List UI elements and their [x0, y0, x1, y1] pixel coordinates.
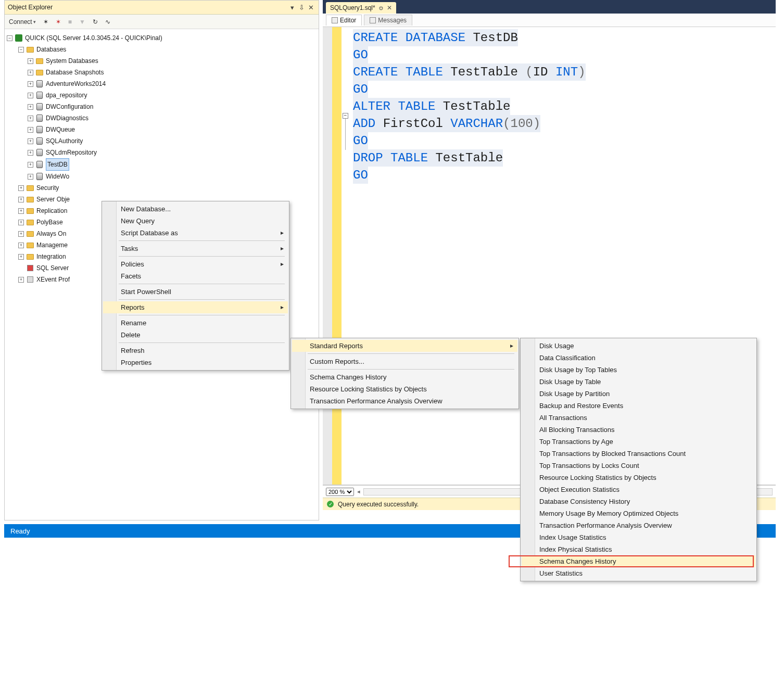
folder-icon: [36, 58, 43, 64]
menu-standard-report-item[interactable]: Disk Usage by Top Tables: [522, 364, 755, 376]
editor-tab-icon: [332, 17, 338, 23]
status-message: Query executed successfully.: [338, 501, 419, 508]
menu-standard-report-item[interactable]: Transaction Performance Analysis Overvie…: [522, 519, 755, 531]
menu-policies[interactable]: Policies: [103, 258, 288, 270]
tree-node[interactable]: +WideWo: [7, 171, 317, 182]
connect-button[interactable]: Connect▾: [8, 17, 37, 27]
xevent-icon: [27, 276, 33, 283]
menu-txn-perf-overview[interactable]: Transaction Performance Analysis Overvie…: [292, 395, 517, 407]
scroll-left-icon[interactable]: ◂: [357, 488, 360, 495]
disconnect-icon[interactable]: ✶: [42, 17, 49, 27]
server-icon: [15, 34, 22, 42]
tree-node[interactable]: +DWQueue: [7, 124, 317, 135]
menu-standard-report-item[interactable]: Disk Usage: [522, 340, 755, 352]
tree-node[interactable]: +DWConfiguration: [7, 101, 317, 112]
menu-new-database[interactable]: New Database...: [103, 203, 288, 215]
close-icon[interactable]: ✕: [387, 4, 392, 11]
dropdown-icon[interactable]: ▾: [287, 4, 297, 11]
menu-new-query[interactable]: New Query: [103, 215, 288, 227]
menu-standard-report-item[interactable]: Resource Locking Statistics by Objects: [522, 472, 755, 484]
activity-icon[interactable]: ∿: [104, 17, 111, 27]
pin-icon[interactable]: ⇩: [297, 4, 306, 11]
database-icon: [36, 92, 43, 99]
tree-node[interactable]: +SQLAuthority: [7, 135, 317, 147]
fold-toggle-icon[interactable]: −: [343, 113, 348, 119]
menu-refresh[interactable]: Refresh: [103, 345, 288, 357]
tree-node[interactable]: +SQLdmRepository: [7, 147, 317, 158]
menu-standard-report-item[interactable]: Schema Changes History: [522, 555, 755, 567]
database-icon: [36, 173, 43, 180]
tab-messages[interactable]: Messages: [364, 15, 412, 26]
menu-start-powershell[interactable]: Start PowerShell: [103, 286, 288, 298]
menu-standard-report-item[interactable]: All Blocking Transactions: [522, 424, 755, 436]
tree-node[interactable]: +dpa_repository: [7, 90, 317, 101]
menu-standard-report-item[interactable]: Index Usage Statistics: [522, 531, 755, 543]
menu-schema-changes-history[interactable]: Schema Changes History: [292, 371, 517, 383]
menu-resource-locking-stats[interactable]: Resource Locking Statistics by Objects: [292, 383, 517, 395]
stop-icon[interactable]: ■: [67, 17, 73, 27]
status-bar-text: Ready: [10, 527, 30, 535]
database-icon: [36, 103, 43, 110]
menu-standard-report-item[interactable]: Memory Usage By Memory Optimized Objects: [522, 507, 755, 519]
menu-standard-report-item[interactable]: Top Transactions by Blocked Transactions…: [522, 448, 755, 460]
tree-node[interactable]: +TestDB: [7, 158, 317, 171]
context-menu-database: New Database... New Query Script Databas…: [102, 201, 289, 371]
document-tab-label: SQLQuery1.sql*: [330, 4, 375, 11]
context-menu-standard-reports: Disk UsageData ClassificationDisk Usage …: [520, 338, 757, 581]
context-menu-reports: Standard Reports Custom Reports... Schem…: [290, 338, 519, 409]
folder-icon: [27, 243, 34, 248]
menu-reports[interactable]: Reports: [103, 301, 288, 313]
menu-properties[interactable]: Properties: [103, 357, 288, 368]
folder-icon: [27, 47, 34, 53]
menu-standard-report-item[interactable]: All Transactions: [522, 412, 755, 424]
menu-standard-report-item[interactable]: Object Execution Statistics: [522, 484, 755, 495]
menu-standard-report-item[interactable]: User Statistics: [522, 567, 755, 579]
tree-node[interactable]: +Security: [7, 182, 317, 194]
database-icon: [36, 149, 43, 156]
menu-standard-report-item[interactable]: Backup and Restore Events: [522, 400, 755, 412]
menu-standard-report-item[interactable]: Disk Usage by Table: [522, 376, 755, 388]
tree-node[interactable]: +System Databases: [7, 55, 317, 67]
folder-icon: [27, 220, 34, 225]
tree-server-node[interactable]: − QUICK (SQL Server 14.0.3045.24 - QUICK…: [7, 32, 317, 44]
disconnect-all-icon[interactable]: ✶: [55, 17, 62, 27]
folder-icon: [27, 185, 34, 191]
tree-databases-node[interactable]: − Databases: [7, 44, 317, 55]
menu-standard-report-item[interactable]: Top Transactions by Locks Count: [522, 460, 755, 472]
tree-node[interactable]: +Database Snapshots: [7, 67, 317, 78]
tree-node[interactable]: +AdventureWorks2014: [7, 78, 317, 90]
document-tab[interactable]: SQLQuery1.sql* ⯐ ✕: [326, 2, 396, 14]
editor-gutter: −: [323, 27, 349, 485]
menu-standard-report-item[interactable]: Database Consistency History: [522, 495, 755, 507]
folder-icon: [27, 197, 34, 202]
object-explorer-title-bar: Object Explorer ▾ ⇩ ✕: [5, 1, 319, 15]
menu-delete[interactable]: Delete: [103, 329, 288, 341]
menu-rename[interactable]: Rename: [103, 317, 288, 329]
menu-standard-report-item[interactable]: Index Physical Statistics: [522, 543, 755, 555]
pin-icon[interactable]: ⯐: [378, 5, 384, 11]
object-explorer-toolbar: Connect▾ ✶ ✶ ■ ▼ ↻ ∿: [5, 15, 319, 29]
folder-icon: [27, 208, 34, 214]
menu-custom-reports[interactable]: Custom Reports...: [292, 355, 517, 367]
database-icon: [36, 126, 43, 133]
database-icon: [36, 80, 43, 87]
agent-icon: [27, 265, 33, 271]
tree-node[interactable]: +DWDiagnostics: [7, 112, 317, 124]
menu-standard-report-item[interactable]: Disk Usage by Partition: [522, 388, 755, 400]
filter-icon[interactable]: ▼: [78, 17, 86, 27]
database-icon: [36, 161, 43, 168]
menu-script-database-as[interactable]: Script Database as: [103, 227, 288, 239]
menu-standard-report-item[interactable]: Data Classification: [522, 352, 755, 364]
tab-editor[interactable]: Editor: [326, 15, 362, 26]
menu-facets[interactable]: Facets: [103, 270, 288, 282]
menu-standard-reports[interactable]: Standard Reports: [292, 340, 517, 352]
close-icon[interactable]: ✕: [306, 4, 315, 11]
menu-tasks[interactable]: Tasks: [103, 243, 288, 255]
folder-icon: [36, 70, 43, 75]
refresh-icon[interactable]: ↻: [92, 17, 99, 27]
success-icon: ✓: [327, 501, 334, 507]
database-icon: [36, 115, 43, 122]
folder-icon: [27, 231, 34, 237]
menu-standard-report-item[interactable]: Top Transactions by Age: [522, 436, 755, 448]
zoom-select[interactable]: 200 %: [326, 488, 354, 496]
